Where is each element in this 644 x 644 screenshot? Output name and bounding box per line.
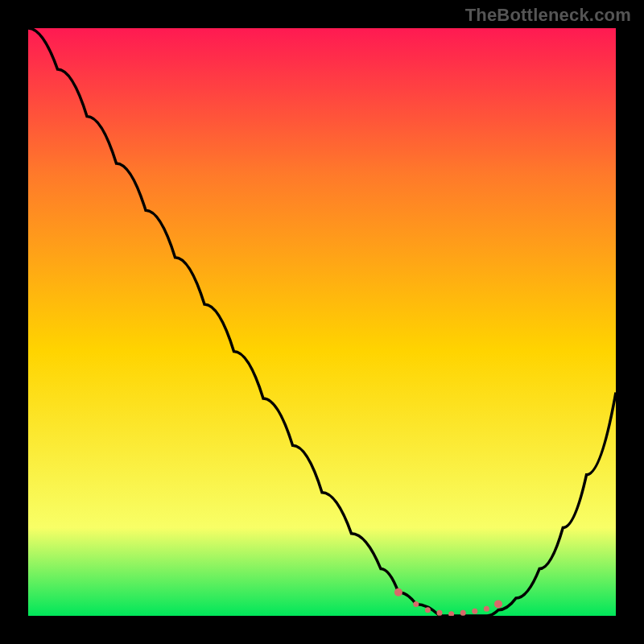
- highlight-dot: [437, 610, 443, 616]
- highlight-dot: [413, 601, 419, 607]
- highlight-dot: [484, 606, 489, 612]
- chart-frame: TheBottleneck.com: [0, 0, 644, 644]
- highlight-dot: [425, 607, 431, 613]
- highlight-dot: [494, 600, 502, 608]
- highlight-dot: [460, 610, 466, 616]
- plot-area: [28, 28, 616, 616]
- highlight-dot: [472, 609, 477, 614]
- watermark-text: TheBottleneck.com: [465, 5, 631, 26]
- plot-svg: [28, 28, 616, 616]
- gradient-background: [28, 28, 616, 616]
- highlight-dot: [394, 588, 402, 597]
